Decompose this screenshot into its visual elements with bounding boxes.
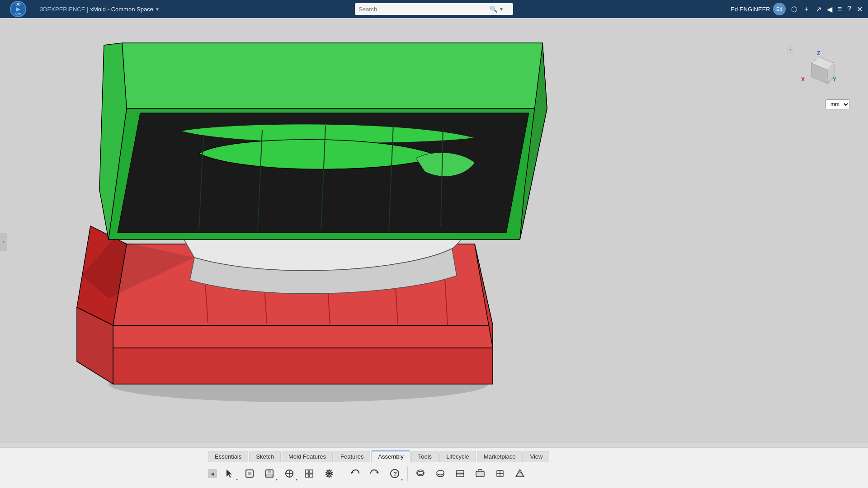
svg-marker-34 bbox=[226, 469, 232, 478]
help-button[interactable]: ? bbox=[386, 465, 404, 483]
select-tool-button[interactable] bbox=[221, 465, 239, 483]
help-icon[interactable]: ? bbox=[847, 5, 851, 13]
tab-assembly[interactable]: Assembly bbox=[371, 450, 410, 462]
viewport: › Z X Y ‹ mm cm m in bbox=[0, 18, 868, 465]
broadcast-icon[interactable]: ◀ bbox=[827, 5, 832, 14]
svg-marker-17 bbox=[122, 43, 547, 108]
svg-rect-56 bbox=[457, 473, 464, 477]
space-name[interactable]: xMold - Common Space ▼ bbox=[90, 6, 159, 13]
bottom-toolbar: Essentials Sketch Mold Features Features… bbox=[0, 447, 868, 488]
tab-sketch[interactable]: Sketch bbox=[249, 451, 281, 462]
mold-tool-2-button[interactable] bbox=[431, 465, 449, 483]
search-dropdown-icon[interactable]: ▼ bbox=[499, 7, 504, 12]
svg-text:?: ? bbox=[393, 470, 397, 477]
svg-text:Y: Y bbox=[833, 76, 836, 83]
svg-rect-46 bbox=[310, 474, 313, 477]
svg-text:X: X bbox=[801, 76, 805, 83]
snap-tool-button[interactable] bbox=[280, 465, 298, 483]
user-role-label: Ed ENGINEER bbox=[731, 6, 770, 13]
separator-2 bbox=[407, 466, 408, 481]
logo-circle: 3D ▶ V,R bbox=[10, 1, 26, 17]
scene-svg bbox=[0, 18, 868, 443]
compass-icon[interactable]: ⬡ bbox=[791, 5, 797, 14]
user-info: Ed ENGINEER Ed bbox=[731, 3, 785, 15]
tab-marketplace[interactable]: Marketplace bbox=[477, 451, 523, 462]
mold-tool-3-button[interactable] bbox=[451, 465, 469, 483]
tab-bar: Essentials Sketch Mold Features Features… bbox=[0, 448, 868, 462]
left-panel-toggle[interactable]: › bbox=[0, 233, 7, 251]
settings-tool-button[interactable] bbox=[320, 465, 338, 483]
tab-essentials[interactable]: Essentials bbox=[208, 451, 248, 462]
svg-rect-38 bbox=[268, 470, 271, 473]
mold-tool-6-button[interactable] bbox=[511, 465, 529, 483]
svg-rect-36 bbox=[248, 472, 251, 475]
svg-marker-2 bbox=[113, 348, 493, 384]
svg-rect-45 bbox=[306, 474, 309, 477]
tab-view[interactable]: View bbox=[524, 451, 550, 462]
tab-mold-features[interactable]: Mold Features bbox=[282, 451, 333, 462]
app-logo[interactable]: 3D ▶ V,R bbox=[0, 0, 36, 18]
mold-tool-5-button[interactable] bbox=[491, 465, 509, 483]
search-bar[interactable]: 🔍 ▼ bbox=[355, 3, 513, 15]
tab-tools[interactable]: Tools bbox=[411, 451, 439, 462]
svg-rect-44 bbox=[310, 470, 313, 473]
scene-canvas[interactable] bbox=[0, 18, 868, 443]
tab-lifecycle[interactable]: Lifecycle bbox=[439, 451, 476, 462]
right-toolbar: Ed ENGINEER Ed ⬡ ＋ ↗ ◀ ≡ ? ✕ bbox=[731, 3, 868, 15]
mold-tool-1-button[interactable] bbox=[411, 465, 429, 483]
top-bar: 3D ▶ V,R 3DEXPERIENCE | xMold - Common S… bbox=[0, 0, 868, 18]
svg-rect-57 bbox=[457, 470, 464, 474]
add-icon[interactable]: ＋ bbox=[803, 5, 810, 14]
units-dropdown[interactable]: mm cm m in bbox=[826, 99, 850, 109]
undo-button[interactable] bbox=[346, 465, 364, 483]
units-select[interactable]: mm cm m in bbox=[826, 99, 850, 109]
svg-rect-39 bbox=[267, 474, 272, 477]
share-icon[interactable]: ↗ bbox=[816, 5, 821, 14]
svg-point-55 bbox=[437, 470, 444, 475]
orientation-compass[interactable]: Z X Y ‹ bbox=[796, 45, 841, 99]
redo-button[interactable] bbox=[366, 465, 384, 483]
separator-1 bbox=[342, 466, 342, 481]
close-icon[interactable]: ✕ bbox=[857, 5, 863, 14]
svg-rect-58 bbox=[476, 471, 484, 477]
svg-rect-43 bbox=[306, 470, 309, 473]
search-input[interactable] bbox=[359, 6, 490, 13]
user-avatar[interactable]: Ed bbox=[773, 3, 786, 15]
brand-label: 3DEXPERIENCE | bbox=[40, 6, 88, 13]
space-chevron-icon: ▼ bbox=[155, 7, 160, 12]
svg-marker-3 bbox=[113, 325, 493, 348]
mold-tool-4-button[interactable] bbox=[471, 465, 489, 483]
search-icon[interactable]: 🔍 bbox=[490, 5, 497, 13]
save-tool-button[interactable] bbox=[260, 465, 278, 483]
tools-icon[interactable]: ≡ bbox=[838, 5, 842, 13]
tab-features[interactable]: Features bbox=[334, 451, 370, 462]
svg-text:Z: Z bbox=[817, 50, 820, 56]
compass-collapse-btn[interactable]: ‹ bbox=[787, 45, 794, 54]
grid-tool-button[interactable] bbox=[300, 465, 318, 483]
part-tool-button[interactable] bbox=[241, 465, 259, 483]
tool-icons-row: ◀ bbox=[0, 462, 868, 485]
tab-expand-button[interactable]: ◀ bbox=[208, 469, 217, 478]
